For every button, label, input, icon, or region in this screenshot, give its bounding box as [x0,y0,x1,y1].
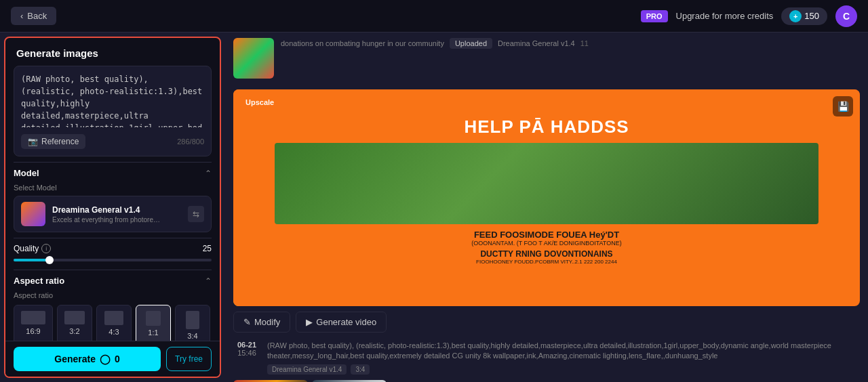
credits-icon: + [789,10,802,22]
reference-label: Reference [41,137,79,146]
generate-video-label: Generate video [316,317,376,327]
aspect-item-1-1[interactable]: 1:1 [136,305,171,341]
model-section-header[interactable]: Model ⌃ [14,162,212,184]
modify-button[interactable]: ✎ Modify [233,312,290,333]
quality-info-icon[interactable]: i [41,244,51,253]
poster-line5: FIOOHOONEY FOUDD.PCOBRM VITY..2.1 222 20… [476,259,617,265]
model-select-label: Select Model [14,184,212,192]
main-image-placeholder: Upscale HELP Pā HADDSS FEED FOOSIMODE FO… [233,89,860,306]
quality-value: 25 [203,244,212,253]
quality-slider-thumb[interactable] [45,256,54,264]
poster-line3: (OOONANTAM. (T FOO T AK/E DONIGINBOITATO… [471,240,621,247]
aspect-item-4-3[interactable]: 4:3 [96,305,132,341]
quality-section-header: Quality i 25 [14,238,212,259]
main-image-card: Upscale HELP Pā HADDSS FEED FOOSIMODE FO… [233,89,860,306]
video-icon: ▶ [306,317,313,327]
history-date: 06-21 [237,341,256,349]
history-ratio-tag: 3:4 [351,364,370,375]
back-arrow-icon: ‹ [20,11,23,21]
aspect-ratio-header[interactable]: Aspect ratio ⌃ [14,270,212,291]
quality-slider-track[interactable] [14,259,212,261]
generate-coin-icon: ◯ [100,354,111,364]
model-section: Model ⌃ Select Model Dreamina General v1… [14,162,212,232]
entry-thumbnail-top [233,38,274,79]
aspect-box-1-1 [146,311,161,326]
model-section-title: Model [14,168,39,178]
entry-row-top: donations on combating hunger in our com… [233,38,860,79]
generate-bar: Generate ◯ 0 Try free [5,341,220,377]
prompt-footer: 📷 Reference 286/800 [21,134,204,149]
pro-badge: PRO [641,10,668,22]
generate-button[interactable]: Generate ◯ 0 [14,347,161,371]
prompt-input[interactable] [21,73,204,127]
history-model-tag: Dreamina General v1.4 [267,364,347,375]
entry-meta-top: donations on combating hunger in our com… [281,38,860,49]
generate-video-button[interactable]: ▶ Generate video [296,312,387,333]
poster-content: Upscale HELP Pā HADDSS FEED FOOSIMODE FO… [233,89,860,306]
aspect-ratio-grid: 16:9 3:2 4:3 1:1 [14,305,212,341]
entry-status-uploaded: Uploaded [450,38,492,49]
image-icon: 📷 [28,137,38,146]
modify-icon: ✎ [243,317,251,327]
aspect-label-3-4: 3:4 [187,332,197,340]
poster-line2: FEED FOOSIMODE FOUEA Heý'DT [474,230,619,240]
image-save-button[interactable]: 💾 [833,96,853,116]
model-name: Dreamina General v1.4 [52,205,181,215]
aspect-item-3-4[interactable]: 3:4 [175,305,210,341]
entry-ratio-top: 11 [580,39,589,47]
upgrade-text[interactable]: Upgrade for more credits [676,11,774,21]
aspect-ratio-section: Aspect ratio ⌃ Aspect ratio 16:9 3:2 [14,270,212,341]
aspect-ratio-label: Aspect ratio [14,291,212,299]
aspect-label-4-3: 4:3 [108,328,119,336]
entry-model-top: Dreamina General v1.4 [498,39,575,47]
aspect-label-1-1: 1:1 [148,328,158,337]
quality-slider-fill [14,259,50,261]
aspect-ratio-title: Aspect ratio [14,276,64,286]
aspect-box-3-4 [186,311,199,329]
entry-content-top: donations on combating hunger in our com… [281,38,860,54]
credits-amount: 150 [804,11,819,21]
try-free-button[interactable]: Try free [166,347,212,371]
model-info: Dreamina General v1.4 Excels at everythi… [52,205,181,224]
aspect-item-3-2[interactable]: 3:2 [57,305,92,341]
action-buttons: ✎ Modify ▶ Generate video [233,312,860,333]
prompt-area: 📷 Reference 286/800 [14,66,212,156]
aspect-box-16-9 [21,311,45,324]
aspect-label-3-2: 3:2 [69,327,79,335]
upscale-badge: Upscale [240,96,279,108]
aspect-item-16-9[interactable]: 16:9 [14,305,53,341]
aspect-box-3-2 [64,311,85,324]
entry-prompt-top: donations on combating hunger in our com… [281,39,444,47]
history-clock: 15:46 [237,349,256,357]
topbar: ‹ Back PRO Upgrade for more credits + 15… [0,0,868,33]
model-swap-button[interactable]: ⇆ [188,206,204,222]
modify-label: Modify [254,317,280,327]
char-count: 286/800 [177,137,204,146]
history-prompt-content: (RAW photo, best quality), (realistic, p… [267,341,860,375]
model-chevron-icon: ⌃ [205,169,212,178]
aspect-box-4-3 [104,311,123,325]
generate-count: 0 [115,354,120,364]
poster-photo [275,143,819,224]
model-card[interactable]: Dreamina General v1.4 Excels at everythi… [14,196,212,232]
user-avatar[interactable]: C [835,5,857,27]
back-button[interactable]: ‹ Back [11,7,56,25]
history-prompt-text: (RAW photo, best quality), (realistic, p… [267,341,860,362]
topbar-right: PRO Upgrade for more credits + 150 C [641,5,857,27]
back-label: Back [27,11,47,21]
history-entry: 06-21 15:46 (RAW photo, best quality), (… [233,341,860,382]
generate-label: Generate [54,354,96,364]
left-panel: Generate images 📷 Reference 286/800 Mode… [4,37,221,378]
history-time: 06-21 15:46 [233,341,260,357]
aspect-ratio-chevron-icon: ⌃ [205,276,212,286]
reference-button[interactable]: 📷 Reference [21,134,85,149]
main-layout: Generate images 📷 Reference 286/800 Mode… [0,33,868,382]
history-meta: 06-21 15:46 (RAW photo, best quality), (… [233,341,860,375]
quality-label: Quality i [14,244,51,253]
poster-line1: HELP Pā HADDSS [464,116,629,137]
right-content: donations on combating hunger in our com… [225,33,868,382]
model-desc: Excels at everything from photorealism t… [52,216,161,224]
aspect-label-16-9: 16:9 [26,327,40,335]
quality-section: Quality i 25 [14,238,212,261]
history-tags: Dreamina General v1.4 3:4 [267,364,860,375]
